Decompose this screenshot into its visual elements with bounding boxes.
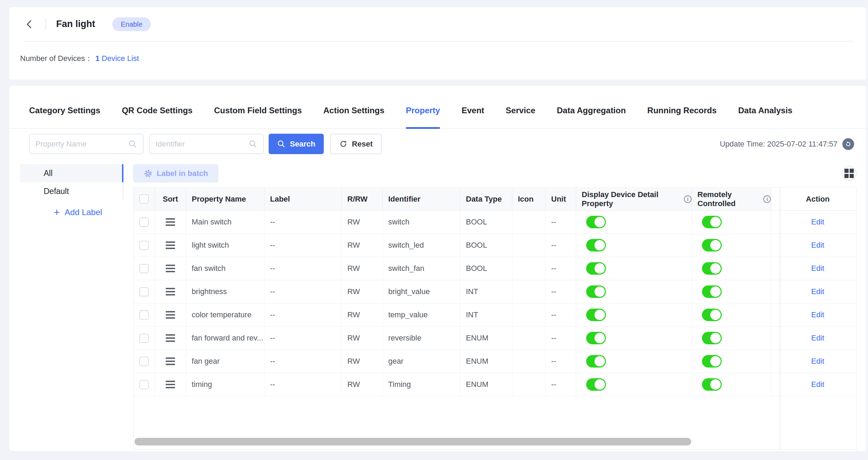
tab-custom-field-settings[interactable]: Custom Field Settings [214,106,302,128]
cell-sort [155,373,186,396]
tab-action-settings[interactable]: Action Settings [323,106,384,128]
reset-button[interactable]: Reset [330,134,382,154]
row-checkbox[interactable] [139,357,149,366]
drag-handle-icon[interactable] [166,241,175,249]
search-button[interactable]: Search [269,134,324,154]
cell-display-device-detail-property [576,373,692,396]
row-checkbox[interactable] [139,310,149,320]
property-table: SortProperty NameLabelR/RWIdentifierData… [133,187,857,450]
page-title: Fan light [56,19,95,29]
drag-handle-icon[interactable] [166,311,175,319]
remotely-controlled-toggle[interactable] [702,216,722,228]
row-checkbox[interactable] [139,264,149,273]
drag-handle-icon[interactable] [166,381,175,388]
horizontal-scrollbar[interactable] [134,438,691,445]
edit-link[interactable]: Edit [811,264,824,273]
cell-unit: -- [546,211,576,234]
edit-link[interactable]: Edit [811,218,824,227]
display-device-detail-property-toggle[interactable] [586,262,606,275]
identifier-input[interactable] [156,140,249,149]
tab-data-aggregation[interactable]: Data Aggregation [557,106,626,128]
cell-property-name: color temperature [186,303,264,327]
tab-category-settings[interactable]: Category Settings [29,106,100,128]
display-device-detail-property-toggle[interactable] [586,216,606,228]
tab-data-analysis[interactable]: Data Analysis [738,106,792,128]
cell-display-device-detail-property [576,303,692,327]
label-in-batch-button[interactable]: Label in batch [133,164,218,183]
display-device-detail-property-toggle[interactable] [586,309,606,321]
back-button[interactable] [24,18,35,30]
row-checkbox[interactable] [139,287,149,297]
tab-service[interactable]: Service [506,106,535,128]
cell-display-device-detail-property [576,350,692,373]
column-header-property-name: Property Name [186,188,264,211]
search-icon [249,140,258,149]
display-device-detail-property-toggle[interactable] [586,355,606,368]
column-label: R/RW [347,195,367,204]
cell-property-name: timing [186,373,264,396]
remotely-controlled-toggle[interactable] [702,239,722,251]
cell-select [133,350,155,373]
remotely-controlled-toggle[interactable] [702,355,722,368]
chevron-left-icon [24,19,35,29]
column-header-select [133,188,155,211]
column-header-remotely-controlled: Remotely Controlledi [692,188,771,211]
edit-link[interactable]: Edit [811,380,824,389]
column-label: Sort [163,195,178,204]
filter-bar: Search Reset Update Time: 2025-07-02 11:… [29,134,854,154]
cell-rw: RW [342,211,383,234]
cell-display-device-detail-property [576,280,692,303]
drag-handle-icon[interactable] [166,218,175,226]
drag-handle-icon[interactable] [166,357,175,365]
cell-unit: -- [546,303,576,327]
remotely-controlled-toggle[interactable] [702,332,722,344]
cell-unit: -- [546,234,576,257]
remotely-controlled-toggle[interactable] [702,262,722,275]
cell-icon [512,211,546,234]
refresh-button[interactable] [842,138,854,150]
drag-handle-icon[interactable] [166,288,175,295]
edit-link[interactable]: Edit [811,310,824,319]
column-label: Remotely Controlled [697,190,760,208]
tab-event[interactable]: Event [461,106,484,128]
tab-qr-code-settings[interactable]: QR Code Settings [122,106,192,128]
tab-property[interactable]: Property [406,106,440,129]
sidebar-item-default[interactable]: Default [20,182,123,200]
remotely-controlled-toggle[interactable] [702,309,722,321]
cell-gap [771,350,779,373]
drag-handle-icon[interactable] [166,334,175,342]
row-checkbox[interactable] [139,334,149,343]
edit-link[interactable]: Edit [811,241,824,250]
select-all-checkbox[interactable] [139,194,149,204]
table-body: Main switch--RWswitchBOOL--Editlight swi… [133,211,856,396]
add-label-button[interactable]: + Add Label [20,205,123,220]
row-checkbox[interactable] [139,218,149,227]
label-list: AllDefault [20,164,123,200]
cell-identifier: switch_fan [383,257,460,280]
column-header-sort: Sort [155,188,186,211]
property-name-input[interactable] [35,140,128,149]
display-device-detail-property-toggle[interactable] [586,378,606,391]
sidebar-item-all[interactable]: All [20,164,123,182]
column-settings-button[interactable] [842,166,857,181]
cell-icon [512,373,546,396]
display-device-detail-property-toggle[interactable] [586,332,606,344]
edit-link[interactable]: Edit [811,357,824,366]
row-checkbox[interactable] [139,241,149,250]
row-checkbox[interactable] [139,380,149,389]
edit-link[interactable]: Edit [811,334,824,343]
display-device-detail-property-toggle[interactable] [586,239,606,251]
drag-handle-icon[interactable] [166,265,175,272]
cell-identifier: temp_value [383,303,460,327]
refresh-icon [339,140,348,148]
device-list-link[interactable]: 1Device List [95,54,139,63]
column-header-icon: Icon [512,188,546,211]
cell-action: Edit [779,373,856,396]
remotely-controlled-toggle[interactable] [702,378,722,391]
remotely-controlled-toggle[interactable] [702,285,722,298]
tab-running-records[interactable]: Running Records [647,106,717,128]
edit-link[interactable]: Edit [811,287,824,296]
cell-unit: -- [546,350,576,373]
display-device-detail-property-toggle[interactable] [586,285,606,298]
cell-display-device-detail-property [576,327,692,350]
